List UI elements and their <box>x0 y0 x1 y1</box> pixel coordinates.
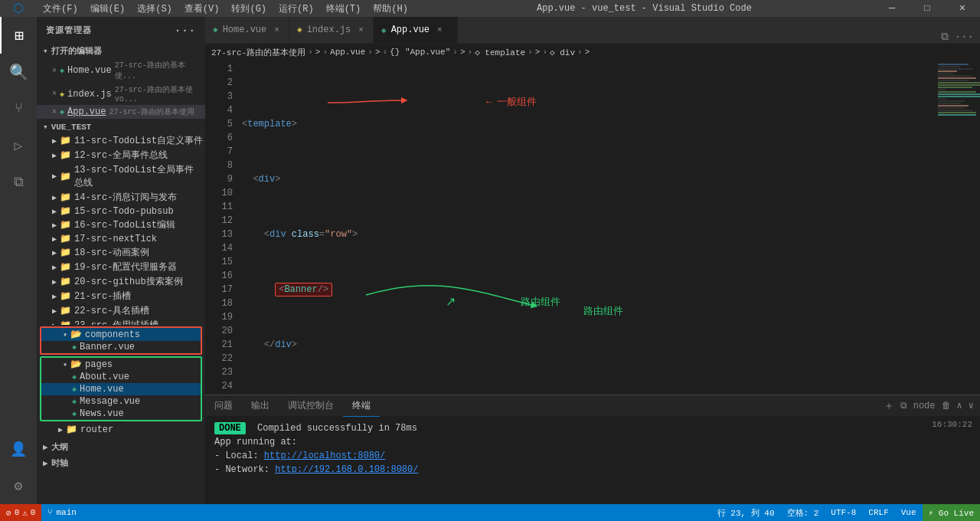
outline-section[interactable]: ▶ 大纲 <box>37 439 205 455</box>
close-icon-app[interactable]: × <box>52 108 57 116</box>
home-vue-file[interactable]: ◈Home.vue <box>41 383 201 395</box>
folder-15[interactable]: ▶📁15-src-Todo-pubsub <box>37 205 205 218</box>
home-vue-pages-label: Home.vue <box>80 384 124 395</box>
tab-home[interactable]: ◈ Home.vue × <box>205 16 289 43</box>
folder-18[interactable]: ▶📁18-src-动画案例 <box>37 245 205 260</box>
terminal-local-link[interactable]: http://localhost:8080/ <box>264 451 385 461</box>
folder-19[interactable]: ▶📁19-src-配置代理服务器 <box>37 260 205 274</box>
menu-goto[interactable]: 转到(G) <box>225 2 273 15</box>
components-folder[interactable]: ▾ 📂 components <box>41 328 201 341</box>
statusbar-line-col[interactable]: 行 23, 列 40 <box>711 504 781 521</box>
app-vue-label: App.vue <box>67 106 106 117</box>
terminal-done-line: DONE Compiled successfully in 78ms <box>214 421 971 435</box>
home-tab-close[interactable]: × <box>274 25 279 34</box>
menu-help[interactable]: 帮助(H) <box>367 2 414 15</box>
breadcrumb-panelbody[interactable]: ◇ div <box>550 48 575 57</box>
folder-20[interactable]: ▶📁20-src-github搜索案例 <box>37 274 205 289</box>
index-tab-close[interactable]: × <box>358 25 364 34</box>
tab-app[interactable]: ◈ App.vue × <box>374 16 458 43</box>
timeline-section[interactable]: ▶ 时轴 <box>37 455 205 471</box>
sidebar-header: 资源管理器 ··· <box>37 17 205 44</box>
folder-17[interactable]: ▶📁17-src-nextTick <box>37 232 205 245</box>
sidebar-menu-icon[interactable]: ··· <box>175 25 196 37</box>
folder-12[interactable]: ▶📁12-src-全局事件总线 <box>37 148 205 162</box>
folder-13[interactable]: ▶📁13-src-TodoList全局事件总线 <box>37 162 205 190</box>
statusbar-git[interactable]: ⑂ main <box>41 504 82 521</box>
message-vue-file[interactable]: ◈Message.vue <box>41 395 201 408</box>
sidebar-item-index[interactable]: × ◈ index.js 27-src-路由的基本使vo... <box>37 83 205 105</box>
terminal-network-link[interactable]: http://192.168.0.108:8080/ <box>275 464 418 475</box>
tab-split-icons[interactable]: ⧉ ··· <box>935 31 980 43</box>
breadcrumb-file[interactable]: > <box>315 48 321 57</box>
folder-16[interactable]: ▶📁16-src-TodoList编辑 <box>37 218 205 232</box>
breadcrumb-folder[interactable]: 27-src-路由的基本使用 <box>211 47 305 58</box>
activity-search[interactable]: 🔍 <box>0 54 37 90</box>
statusbar-line-ending[interactable]: CRLF <box>862 504 894 521</box>
close-icon-index[interactable]: × <box>52 90 57 98</box>
folder-14[interactable]: ▶📁14-src-消息订阅与发布 <box>37 190 205 205</box>
menu-run[interactable]: 运行(R) <box>273 2 320 15</box>
folder-22[interactable]: ▶📁22-src-具名插槽 <box>37 303 205 318</box>
menu-terminal[interactable]: 终端(T) <box>320 2 368 15</box>
activity-debug[interactable]: ▷ <box>0 127 37 164</box>
maximize-button[interactable]: □ <box>910 0 945 17</box>
close-button[interactable]: × <box>945 0 980 17</box>
vue-test-header[interactable]: ▾ VUE_TEST <box>37 119 205 133</box>
minimize-button[interactable]: ─ <box>874 0 910 17</box>
news-vue-file[interactable]: ◈News.vue <box>41 408 201 420</box>
statusbar-spaces[interactable]: 空格: 2 <box>781 504 825 521</box>
terminal-add-icon[interactable]: ＋ <box>884 399 894 413</box>
terminal-tab-debug[interactable]: 调试控制台 <box>279 395 343 417</box>
breadcrumb-routerview[interactable]: > <box>585 48 590 57</box>
more-actions-icon[interactable]: ··· <box>955 31 974 43</box>
activity-extensions[interactable]: ⧉ <box>0 164 37 201</box>
menu-view[interactable]: 查看(V) <box>178 2 226 15</box>
window-controls[interactable]: ─ □ × <box>874 0 980 17</box>
breadcrumb-template[interactable]: > <box>375 48 381 57</box>
terminal-tab-output[interactable]: 输出 <box>242 395 279 417</box>
folder-11[interactable]: ▶ 📁 11-src-TodoList自定义事件 <box>37 133 205 148</box>
about-vue-file[interactable]: ◈About.vue <box>41 371 201 383</box>
menu-edit[interactable]: 编辑(E) <box>84 2 132 15</box>
terminal-chevron-down[interactable]: ∨ <box>969 400 974 411</box>
folder-21[interactable]: ▶📁21-src-插槽 <box>37 289 205 303</box>
breadcrumb-panel[interactable]: > <box>535 48 541 57</box>
tab-index[interactable]: ◈ index.js × <box>289 16 374 43</box>
breadcrumb-divrow[interactable]: > <box>460 48 466 57</box>
go-live-button[interactable]: ⚡ Go Live <box>923 504 980 521</box>
menu-file[interactable]: 文件(F) <box>37 2 84 15</box>
activity-settings[interactable]: ⚙ <box>0 467 37 504</box>
router-folder[interactable]: ▶ 📁 router <box>37 423 205 436</box>
vue-icon: ◈ <box>60 66 64 75</box>
sidebar-item-app[interactable]: × ◈ App.vue 27-src-路由的基本使用 <box>37 105 205 119</box>
code-content[interactable]: <template> <div> <div class="row"> <Bann… <box>239 61 934 395</box>
menu-select[interactable]: 选择(S) <box>131 2 178 15</box>
terminal-chevron-up[interactable]: ∧ <box>957 400 962 411</box>
statusbar-encoding[interactable]: UTF-8 <box>825 504 862 521</box>
statusbar-errors[interactable]: ⊘ 0 ⚠ 0 <box>0 504 41 521</box>
components-section: ▾ 📂 components ◈ Banner.vue <box>40 326 202 355</box>
activity-explorer[interactable]: ⊞ <box>0 17 37 54</box>
app-tab-close[interactable]: × <box>437 25 443 34</box>
open-editors-header[interactable]: ▾ 打开的编辑器 <box>37 44 205 58</box>
folder-23[interactable]: ▶📁23-src-作用域插槽 <box>37 318 205 325</box>
statusbar-right: 行 23, 列 40 空格: 2 UTF-8 CRLF Vue ⚡ Go Liv… <box>711 504 980 521</box>
breadcrumb-appvue[interactable]: App.vue <box>330 48 365 57</box>
activity-git[interactable]: ⑂ <box>0 90 37 127</box>
terminal-tab-problems[interactable]: 问题 <box>205 395 242 417</box>
home-vue-label: Home.vue <box>67 65 112 76</box>
split-editor-icon[interactable]: ⧉ <box>941 31 949 43</box>
terminal-tab-terminal[interactable]: 终端 <box>343 395 380 417</box>
statusbar-language[interactable]: Vue <box>895 504 923 521</box>
breadcrumb-colxs6[interactable]: ◇ template <box>475 48 525 57</box>
menu-bar[interactable]: 文件(F) 编辑(E) 选择(S) 查看(V) 转到(G) 运行(R) 终端(T… <box>37 2 414 15</box>
pages-folder[interactable]: ▾ 📂 pages <box>41 358 201 371</box>
terminal-trash-icon[interactable]: 🗑 <box>942 400 951 411</box>
close-icon-home[interactable]: × <box>52 67 57 75</box>
sidebar-item-home[interactable]: × ◈ Home.vue 27-src-路由的基本使... <box>37 58 205 83</box>
terminal-split-icon[interactable]: ⧉ <box>900 401 907 411</box>
activity-account[interactable]: 👤 <box>0 431 37 467</box>
banner-vue-file[interactable]: ◈ Banner.vue <box>41 341 201 353</box>
breadcrumb-div[interactable]: {} "App.vue" <box>390 48 450 57</box>
terminal-right-controls[interactable]: ＋ ⧉ node 🗑 ∧ ∨ <box>884 399 980 413</box>
